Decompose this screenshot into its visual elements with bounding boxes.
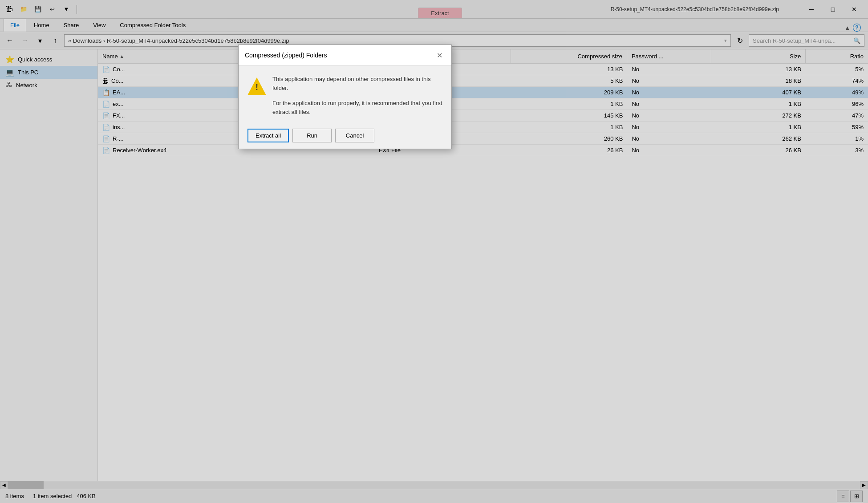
warning-icon: !	[247, 77, 266, 95]
dialog-title: Compressed (zipped) Folders	[245, 52, 327, 59]
cancel-button[interactable]: Cancel	[335, 129, 374, 142]
dialog: Compressed (zipped) Folders ✕ ! This app…	[238, 45, 452, 149]
warning-exclamation: !	[256, 83, 258, 92]
dialog-overlay: Compressed (zipped) Folders ✕ ! This app…	[0, 0, 868, 503]
dialog-buttons: Extract all Run Cancel	[247, 125, 442, 142]
extract-all-button[interactable]: Extract all	[247, 129, 289, 142]
dialog-title-bar: Compressed (zipped) Folders ✕	[239, 45, 451, 66]
dialog-text-area: This application may depend on other com…	[272, 75, 442, 116]
dialog-message1: This application may depend on other com…	[272, 75, 442, 92]
dialog-close-button[interactable]: ✕	[434, 49, 445, 61]
warning-icon-container: !	[247, 77, 266, 116]
dialog-content: ! This application may depend on other c…	[247, 75, 442, 116]
run-button[interactable]: Run	[292, 129, 332, 142]
dialog-message2: For the application to run properly, it …	[272, 99, 442, 116]
dialog-body: ! This application may depend on other c…	[239, 66, 451, 149]
